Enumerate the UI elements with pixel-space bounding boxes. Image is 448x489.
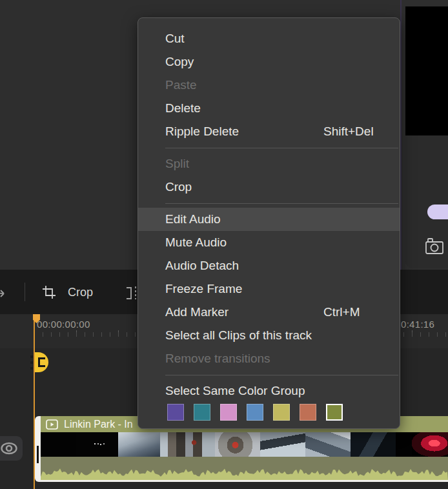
color-swatch-yellow[interactable] bbox=[273, 404, 290, 421]
clip-title: Linkin Park - In bbox=[64, 419, 133, 430]
menu-item-audio-detach[interactable]: Audio Detach bbox=[138, 254, 400, 277]
video-editor-app: Crop 00:00:00:00 0:41:16 bbox=[0, 0, 448, 489]
menu-separator bbox=[165, 375, 398, 375]
dotted-line-icon bbox=[135, 286, 136, 299]
menu-item-label: Select all Clips of this track bbox=[165, 328, 312, 343]
panel-divider bbox=[400, 0, 402, 270]
menu-item-freeze-frame[interactable]: Freeze Frame bbox=[138, 277, 400, 301]
filmstrip-thumbnail bbox=[41, 432, 76, 457]
filmstrip-thumbnail bbox=[118, 432, 160, 457]
color-swatch-olive[interactable] bbox=[326, 404, 343, 421]
menu-item-crop[interactable]: Crop bbox=[138, 175, 400, 199]
crop-button-label: Crop bbox=[68, 286, 93, 299]
menu-item-label: Paste bbox=[165, 78, 197, 92]
menu-item-label: Copy bbox=[165, 55, 194, 69]
menu-item-label: Audio Detach bbox=[165, 259, 239, 273]
track-visibility-toggle[interactable] bbox=[0, 436, 23, 461]
menu-item-add-marker[interactable]: Add MarkerCtrl+M bbox=[138, 301, 400, 324]
menu-item-label: Remove transitions bbox=[165, 352, 270, 366]
ruler-end-time: 0:41:16 bbox=[401, 319, 434, 330]
menu-item-label: Freeze Frame bbox=[165, 282, 242, 296]
menu-item-label: Crop bbox=[165, 180, 192, 194]
menu-item-remove-transitions: Remove transitions bbox=[138, 347, 400, 370]
menu-item-label: Split bbox=[165, 157, 189, 171]
toolbar-separator bbox=[25, 283, 25, 301]
menu-item-label: Edit Audio bbox=[165, 212, 221, 226]
clip-filmstrip bbox=[41, 432, 448, 457]
eye-icon bbox=[0, 442, 18, 455]
toolbar-arrow-icon[interactable] bbox=[0, 285, 7, 299]
menu-item-copy[interactable]: Copy bbox=[138, 50, 400, 74]
toolbar-partial-icon[interactable] bbox=[127, 286, 136, 299]
filmstrip-thumbnail bbox=[260, 432, 305, 457]
menu-item-shortcut: Shift+Del bbox=[323, 125, 374, 139]
filmstrip-thumbnail bbox=[396, 432, 412, 457]
context-menu: CutCopyPasteDeleteRipple DeleteShift+Del… bbox=[137, 17, 400, 429]
toggle-switch[interactable] bbox=[427, 205, 448, 219]
filmstrip-thumbnail bbox=[215, 432, 260, 457]
menu-item-label: Add Marker bbox=[165, 305, 229, 319]
menu-separator bbox=[165, 203, 398, 204]
menu-item-label: Cut bbox=[165, 32, 185, 46]
menu-separator bbox=[165, 148, 398, 148]
menu-item-select-same-color-group: Select Same Color Group bbox=[138, 379, 400, 403]
menu-item-label: Select Same Color Group bbox=[165, 384, 305, 398]
menu-item-label: Ripple Delete bbox=[165, 125, 239, 139]
menu-item-label: Mute Audio bbox=[165, 235, 227, 250]
marker-badge-dashes bbox=[30, 355, 33, 370]
menu-item-paste: Paste bbox=[138, 74, 400, 97]
crop-icon bbox=[41, 284, 57, 300]
clip-left-trim-handle[interactable] bbox=[35, 416, 41, 482]
color-swatch-pink[interactable] bbox=[220, 404, 237, 421]
clip-audio-waveform bbox=[41, 457, 448, 480]
menu-item-delete[interactable]: Delete bbox=[138, 97, 400, 120]
trim-handle-grip bbox=[37, 446, 39, 463]
thumbnail-caption-dots bbox=[94, 443, 96, 444]
camera-icon bbox=[424, 236, 445, 255]
color-group-swatches bbox=[138, 404, 400, 421]
color-swatch-teal[interactable] bbox=[194, 404, 210, 421]
video-preview bbox=[405, 6, 448, 135]
menu-item-mute-audio[interactable]: Mute Audio bbox=[138, 231, 400, 254]
menu-item-select-all-clips-of-this-track[interactable]: Select all Clips of this track bbox=[138, 324, 400, 347]
media-type-icon bbox=[46, 419, 58, 430]
bracket-icon bbox=[127, 287, 132, 299]
color-swatch-purple[interactable] bbox=[167, 404, 184, 421]
color-swatch-blue[interactable] bbox=[247, 404, 263, 421]
filmstrip-thumbnail bbox=[160, 432, 215, 457]
playhead-line[interactable] bbox=[34, 314, 35, 489]
crop-button[interactable]: Crop bbox=[41, 279, 93, 305]
menu-item-cut[interactable]: Cut bbox=[138, 27, 400, 50]
menu-item-split: Split bbox=[138, 152, 400, 175]
ruler-start-time: 00:00:00:00 bbox=[37, 319, 90, 330]
menu-item-ripple-delete[interactable]: Ripple DeleteShift+Del bbox=[138, 120, 400, 143]
menu-item-shortcut: Ctrl+M bbox=[323, 305, 360, 319]
menu-item-edit-audio[interactable]: Edit Audio bbox=[138, 208, 400, 231]
filmstrip-thumbnail bbox=[305, 432, 351, 457]
preview-controls-panel bbox=[405, 135, 448, 268]
menu-item-label: Delete bbox=[165, 101, 201, 115]
filmstrip-thumbnail bbox=[412, 432, 448, 457]
color-swatch-orange[interactable] bbox=[300, 404, 316, 421]
snapshot-camera-button[interactable] bbox=[423, 235, 445, 256]
filmstrip-thumbnail bbox=[76, 432, 118, 457]
filmstrip-thumbnail bbox=[351, 432, 396, 457]
